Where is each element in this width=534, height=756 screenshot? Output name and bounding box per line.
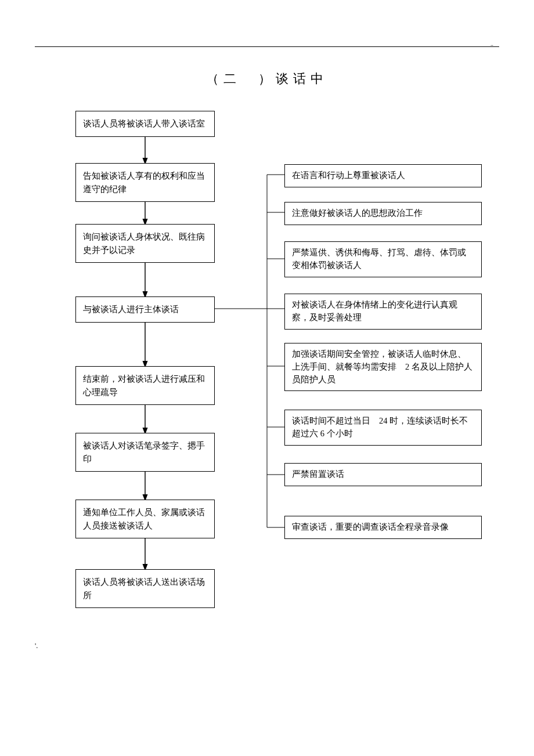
note-2: 注意做好被谈话人的思想政治工作 [284, 202, 482, 225]
flow-step-7: 通知单位工作人员、家属或谈话人员接送被谈话人 [75, 500, 215, 538]
flow-step-2-text: 告知被谈话人享有的权利和应当遵守的纪律 [83, 171, 205, 194]
note-7-text: 严禁留置谈话 [292, 469, 344, 479]
flow-step-1-text: 谈话人员将被谈话人带入谈话室 [83, 119, 205, 128]
corner-marks: .. [490, 41, 493, 47]
note-4-text: 对被谈话人在身体情绪上的变化进行认真观察，及时妥善处理 [292, 300, 457, 322]
page-number: '. [35, 642, 38, 650]
document-page: .. （二 ）谈话中 [0, 0, 534, 668]
note-8: 审查谈话，重要的调查谈话全程录音录像 [284, 516, 482, 539]
note-3-text: 严禁逼供、诱供和侮辱、打骂、虐待、体罚或变相体罚被谈话人 [292, 248, 466, 270]
flow-step-3: 询问被谈话人身体状况、既往病史并予以记录 [75, 224, 215, 263]
flow-step-8-text: 谈话人员将被谈话人送出谈话场所 [83, 577, 205, 600]
flow-step-2: 告知被谈话人享有的权利和应当遵守的纪律 [75, 163, 215, 202]
note-7: 严禁留置谈话 [284, 463, 482, 486]
flow-step-6-text: 被谈话人对谈话笔录签字、摁手印 [83, 441, 205, 464]
note-3: 严禁逼供、诱供和侮辱、打骂、虐待、体罚或变相体罚被谈话人 [284, 241, 482, 277]
flowchart: 谈话人员将被谈话人带入谈话室 告知被谈话人享有的权利和应当遵守的纪律 询问被谈话… [35, 111, 499, 633]
note-8-text: 审查谈话，重要的调查谈话全程录音录像 [292, 522, 449, 531]
flow-step-4-text: 与被谈话人进行主体谈话 [83, 305, 179, 314]
flow-step-6: 被谈话人对谈话笔录签字、摁手印 [75, 433, 215, 472]
note-5-text: 加强谈话期间安全管控，被谈话人临时休息、上洗手间、就餐等均需安排 2 名及以上陪… [292, 349, 472, 384]
header-rule [35, 46, 499, 47]
flow-step-8: 谈话人员将被谈话人送出谈话场所 [75, 569, 215, 608]
flow-step-3-text: 询问被谈话人身体状况、既往病史并予以记录 [83, 232, 205, 255]
note-6-text: 谈话时间不超过当日 24 时，连续谈话时长不超过六 6 个小时 [292, 416, 468, 438]
flow-step-5-text: 结束前，对被谈话人进行减压和心理疏导 [83, 374, 205, 397]
note-1-text: 在语言和行动上尊重被谈话人 [292, 171, 405, 180]
flow-step-4: 与被谈话人进行主体谈话 [75, 296, 215, 323]
note-5: 加强谈话期间安全管控，被谈话人临时休息、上洗手间、就餐等均需安排 2 名及以上陪… [284, 343, 482, 391]
flow-step-1: 谈话人员将被谈话人带入谈话室 [75, 111, 215, 137]
note-6: 谈话时间不超过当日 24 时，连续谈话时长不超过六 6 个小时 [284, 410, 482, 446]
note-4: 对被谈话人在身体情绪上的变化进行认真观察，及时妥善处理 [284, 294, 482, 330]
page-title: （二 ）谈话中 [35, 70, 499, 88]
note-2-text: 注意做好被谈话人的思想政治工作 [292, 208, 423, 218]
flow-step-7-text: 通知单位工作人员、家属或谈话人员接送被谈话人 [83, 508, 205, 530]
note-1: 在语言和行动上尊重被谈话人 [284, 164, 482, 187]
flow-step-5: 结束前，对被谈话人进行减压和心理疏导 [75, 366, 215, 405]
